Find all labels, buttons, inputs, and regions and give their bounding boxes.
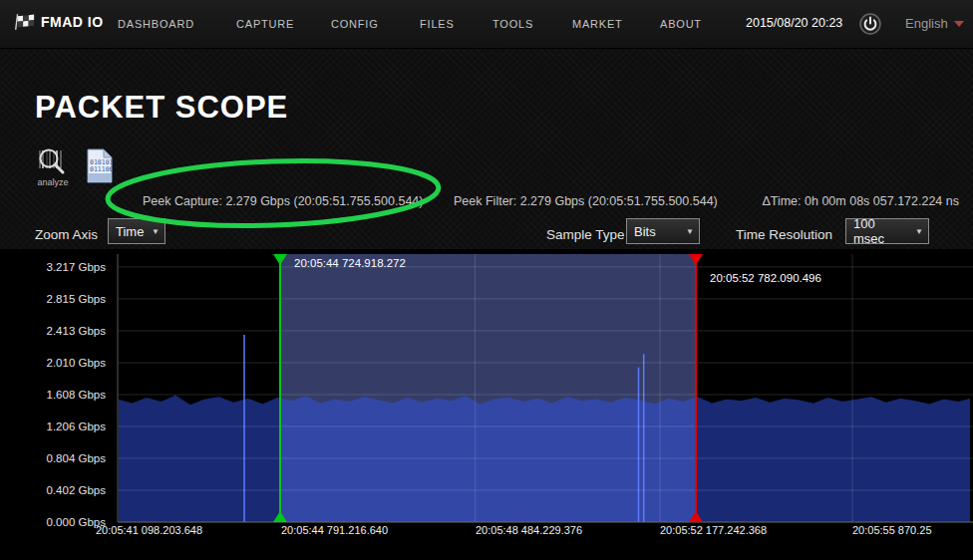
svg-text:20:05:44 791.216.640: 20:05:44 791.216.640 bbox=[281, 524, 388, 536]
analyze-magnifier-icon bbox=[34, 146, 72, 176]
svg-text:1.206 Gbps: 1.206 Gbps bbox=[47, 420, 107, 432]
svg-text:1.608 Gbps: 1.608 Gbps bbox=[47, 389, 107, 401]
brand[interactable]: FMAD IO bbox=[12, 12, 104, 31]
language-label: English bbox=[905, 16, 948, 31]
nav-item-capture[interactable]: CAPTURE bbox=[236, 18, 294, 30]
traffic-chart[interactable]: 3.217 Gbps2.815 Gbps2.413 Gbps2.010 Gbps… bbox=[0, 249, 973, 560]
zoom-axis-value: Time bbox=[116, 224, 144, 239]
nav-item-config[interactable]: CONFIG bbox=[331, 18, 379, 30]
svg-text:20:05:44 724.918.272: 20:05:44 724.918.272 bbox=[294, 257, 406, 269]
chevron-down-icon: ▼ bbox=[152, 227, 160, 236]
chevron-down-icon: ▼ bbox=[686, 227, 694, 236]
svg-text:20:05:55 870.25: 20:05:55 870.25 bbox=[852, 524, 932, 536]
power-button[interactable] bbox=[859, 13, 881, 35]
svg-text:20:05:48 484.229.376: 20:05:48 484.229.376 bbox=[476, 524, 582, 536]
delta-time-stat: ΔTime: 0h 00m 08s 057.172.224 ns bbox=[762, 194, 959, 208]
nav-item-tools[interactable]: TOOLS bbox=[492, 18, 533, 30]
nav-datetime: 2015/08/20 20:23 bbox=[746, 16, 842, 30]
sample-type-value: Bits bbox=[634, 224, 656, 239]
packet-scope-page: FMAD IO DASHBOARD CAPTURE CONFIG FILES T… bbox=[0, 0, 973, 560]
nav-item-market[interactable]: MARKET bbox=[572, 18, 623, 30]
svg-text:20:05:52 177.242.368: 20:05:52 177.242.368 bbox=[660, 524, 767, 536]
power-icon bbox=[859, 13, 881, 35]
pcap-file-icon[interactable]: 010101 011100 bbox=[86, 148, 113, 183]
svg-text:2.010 Gbps: 2.010 Gbps bbox=[47, 357, 107, 369]
svg-text:011100: 011100 bbox=[90, 165, 113, 173]
nav-item-dashboard[interactable]: DASHBOARD bbox=[118, 18, 194, 30]
zoom-axis-select[interactable]: Time ▼ bbox=[108, 218, 165, 244]
binary-document-icon: 010101 011100 bbox=[86, 148, 113, 183]
page-title: PACKET SCOPE bbox=[35, 90, 288, 126]
peek-filter-stat: Peek Filter: 2.279 Gbps (20:05:51.755.50… bbox=[454, 194, 718, 208]
svg-text:2.413 Gbps: 2.413 Gbps bbox=[47, 325, 107, 337]
svg-text:20:05:52 782.090.496: 20:05:52 782.090.496 bbox=[710, 272, 821, 284]
analyze-tool-button[interactable]: analyze bbox=[34, 146, 72, 187]
nav-item-about[interactable]: ABOUT bbox=[660, 18, 702, 30]
brand-name: FMAD IO bbox=[41, 14, 104, 30]
language-selector[interactable]: English bbox=[905, 16, 964, 31]
svg-text:2.815 Gbps: 2.815 Gbps bbox=[47, 293, 107, 305]
nav-item-files[interactable]: FILES bbox=[420, 18, 455, 30]
sample-type-select[interactable]: Bits ▼ bbox=[626, 218, 700, 244]
zoom-axis-label: Zoom Axis bbox=[35, 227, 98, 242]
fmad-flag-icon bbox=[12, 12, 36, 31]
caret-down-icon bbox=[954, 21, 964, 27]
svg-text:0.402 Gbps: 0.402 Gbps bbox=[47, 484, 107, 496]
analyze-label: analyze bbox=[37, 177, 68, 187]
chevron-down-icon: ▼ bbox=[915, 227, 923, 236]
time-resolution-label: Time Resolution bbox=[736, 227, 832, 242]
sample-type-label: Sample Type bbox=[546, 227, 625, 242]
svg-text:3.217 Gbps: 3.217 Gbps bbox=[47, 261, 107, 273]
peek-capture-stat: Peek Capture: 2.279 Gbps (20:05:51.755.5… bbox=[143, 194, 423, 208]
svg-text:0.804 Gbps: 0.804 Gbps bbox=[47, 452, 107, 464]
top-nav: FMAD IO DASHBOARD CAPTURE CONFIG FILES T… bbox=[0, 0, 973, 49]
time-resolution-value: 100 msec bbox=[853, 216, 909, 246]
time-resolution-select[interactable]: 100 msec ▼ bbox=[845, 218, 929, 244]
svg-text:20:05:41 098.203.648: 20:05:41 098.203.648 bbox=[96, 524, 202, 536]
